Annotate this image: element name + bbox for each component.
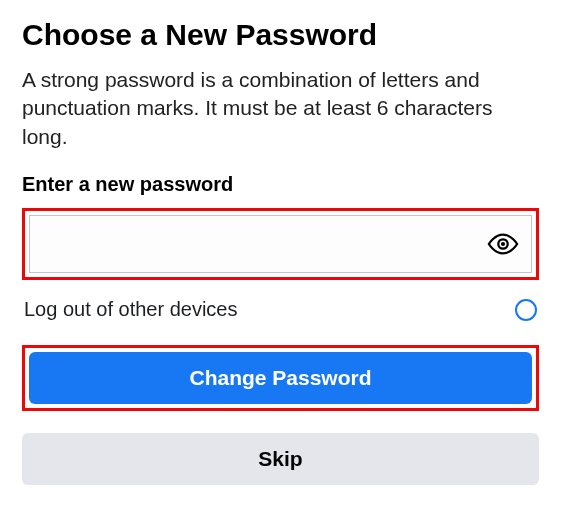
password-field-label: Enter a new password (22, 173, 539, 196)
skip-button[interactable]: Skip (22, 433, 539, 485)
svg-point-1 (501, 242, 505, 246)
logout-other-devices-radio[interactable] (515, 299, 537, 321)
password-input[interactable] (38, 216, 485, 272)
password-input-row (29, 215, 532, 273)
password-requirements-text: A strong password is a combination of le… (22, 66, 539, 151)
change-password-button[interactable]: Change Password (29, 352, 532, 404)
logout-other-devices-row[interactable]: Log out of other devices (24, 298, 537, 321)
logout-other-devices-label: Log out of other devices (24, 298, 237, 321)
change-password-highlight-box: Change Password (22, 345, 539, 411)
eye-icon (487, 233, 519, 255)
password-highlight-box (22, 208, 539, 280)
toggle-password-visibility-button[interactable] (485, 229, 521, 259)
page-title: Choose a New Password (22, 18, 539, 52)
